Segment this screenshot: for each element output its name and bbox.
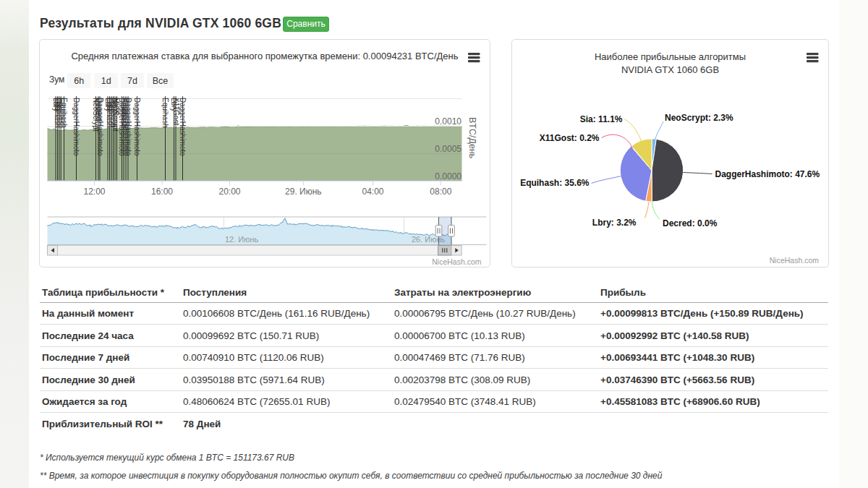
- svg-text:6h: 6h: [74, 76, 84, 86]
- svg-text:Equihash: 35.6%: Equihash: 35.6%: [520, 178, 590, 188]
- svg-text:7d: 7d: [127, 76, 137, 86]
- svg-text:NVIDIA GTX 1060 6GB: NVIDIA GTX 1060 6GB: [621, 64, 719, 75]
- svg-text:DaggerHashimoto: DaggerHashimoto: [133, 98, 141, 156]
- svg-text:X11Gost: 0.2%: X11Gost: 0.2%: [540, 133, 600, 143]
- svg-text:04:00: 04:00: [362, 187, 383, 197]
- svg-text:DaggerHashimoto: DaggerHashimoto: [124, 98, 132, 156]
- svg-text:08:00: 08:00: [430, 187, 451, 197]
- svg-text:Зум: Зум: [49, 74, 64, 85]
- svg-text:DaggerHashimoto: DaggerHashimoto: [179, 98, 187, 156]
- svg-text:BTC/День: BTC/День: [467, 117, 477, 158]
- svg-text:12. Июнь: 12. Июнь: [225, 235, 259, 244]
- svg-text:NeoScrypt: 2.3%: NeoScrypt: 2.3%: [665, 113, 733, 123]
- svg-text:29. Июнь: 29. Июнь: [285, 187, 322, 197]
- svg-text:Lbry: 3.2%: Lbry: 3.2%: [592, 218, 637, 228]
- svg-text:1d: 1d: [101, 76, 111, 86]
- svg-text:Наиболее прибыльные алгоритмы: Наиболее прибыльные алгоритмы: [595, 51, 746, 62]
- svg-text:NiceHash.com: NiceHash.com: [432, 257, 482, 266]
- svg-text:Sia: 11.1%: Sia: 11.1%: [580, 114, 623, 124]
- svg-text:Все: Все: [153, 76, 169, 86]
- svg-text:0.0000: 0.0000: [435, 171, 461, 181]
- svg-text:Equihash: Equihash: [60, 98, 68, 128]
- svg-text:Decred: 0.0%: Decred: 0.0%: [663, 218, 718, 228]
- svg-text:NiceHash.com: NiceHash.com: [770, 256, 820, 265]
- svg-text:Средняя платежная ставка для в: Средняя платежная ставка для выбранного …: [71, 51, 458, 61]
- svg-text:20:00: 20:00: [218, 187, 240, 197]
- svg-text:DaggerHashimoto: 47.6%: DaggerHashimoto: 47.6%: [715, 169, 820, 179]
- svg-text:Equihash: Equihash: [161, 98, 169, 128]
- svg-text:12:00: 12:00: [83, 187, 105, 197]
- svg-text:0.0010: 0.0010: [435, 116, 461, 127]
- svg-text:0.0005: 0.0005: [435, 144, 461, 154]
- svg-text:DaggerHashimoto: DaggerHashimoto: [96, 98, 104, 156]
- svg-text:16:00: 16:00: [151, 187, 173, 197]
- svg-text:DaggerHashimoto: DaggerHashimoto: [72, 98, 80, 156]
- svg-text:X11Gost: X11Gost: [172, 98, 180, 125]
